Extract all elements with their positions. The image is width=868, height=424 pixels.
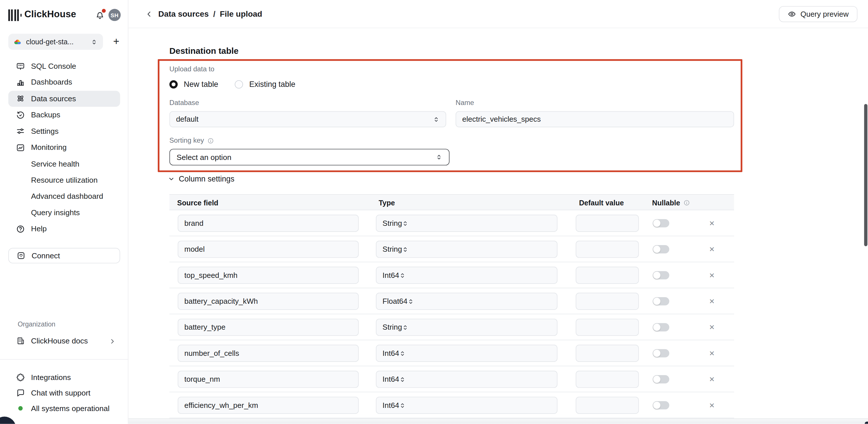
new-table-radio[interactable]: [169, 80, 178, 88]
sidebar-item-label: Service health: [31, 160, 80, 168]
sidebar-item-resource-utilization[interactable]: Resource utilization: [8, 172, 120, 188]
remove-row-button[interactable]: ✕: [707, 401, 716, 410]
sidebar-item-advanced-dashboard[interactable]: Advanced dashboard: [8, 188, 120, 204]
sorting-key-select[interactable]: Select an option: [169, 149, 450, 165]
source-field-input[interactable]: battery_type: [178, 319, 359, 336]
default-value-input[interactable]: [576, 241, 639, 258]
default-value-input[interactable]: [576, 371, 639, 388]
type-select[interactable]: Int64: [376, 345, 557, 362]
connect-button[interactable]: Connect: [8, 248, 120, 263]
notification-dot: [102, 9, 105, 13]
sidebar-item-chat-with-support[interactable]: Chat with support: [8, 385, 125, 401]
type-select[interactable]: String: [376, 319, 557, 336]
nullable-toggle[interactable]: [653, 375, 670, 384]
sidebar-item-service-health[interactable]: Service health: [8, 156, 120, 172]
source-field-input[interactable]: torque_nm: [178, 371, 359, 388]
scrollbar-thumb[interactable]: [864, 104, 868, 246]
new-table-label: New table: [184, 80, 218, 89]
sidebar-item-dashboards[interactable]: Dashboards: [8, 74, 120, 91]
column-settings-toggle[interactable]: Column settings: [168, 174, 235, 183]
default-value-input[interactable]: [576, 215, 639, 232]
nullable-toggle[interactable]: [653, 323, 670, 331]
sorting-key-info-icon[interactable]: [207, 137, 213, 143]
sidebar-item-data-sources[interactable]: Data sources: [8, 91, 120, 107]
default-value-input[interactable]: [576, 319, 639, 336]
upload-target-radio-group: New table Existing table: [169, 80, 296, 89]
service-selector[interactable]: cloud-get-sta...: [8, 34, 103, 50]
nullable-toggle[interactable]: [653, 401, 670, 410]
sidebar-item-label: Resource utilization: [31, 176, 98, 185]
default-value-input[interactable]: [576, 345, 639, 362]
default-value-input[interactable]: [576, 267, 639, 284]
source-field-input[interactable]: efficiency_wh_per_km: [178, 397, 359, 414]
type-select[interactable]: Int64: [376, 267, 557, 284]
sidebar-item-label: Monitoring: [31, 143, 67, 152]
remove-row-button[interactable]: ✕: [707, 219, 716, 228]
connect-icon: [17, 251, 26, 260]
breadcrumb-data-sources[interactable]: Data sources: [158, 9, 209, 19]
chevron-down-icon: [168, 176, 175, 182]
sidebar-item-settings[interactable]: Settings: [8, 123, 120, 139]
source-field-value: number_of_cells: [184, 349, 240, 358]
integrations-icon: [16, 373, 25, 382]
remove-row-button[interactable]: ✕: [707, 297, 716, 305]
sidebar-item-all-systems-operational[interactable]: All systems operational: [8, 401, 125, 416]
chevron-updown-icon: [399, 272, 406, 279]
nullable-toggle[interactable]: [653, 297, 670, 305]
nullable-toggle[interactable]: [653, 349, 670, 358]
type-select[interactable]: Float64: [376, 293, 557, 310]
type-select[interactable]: String: [376, 215, 557, 232]
add-service-button[interactable]: +: [110, 35, 123, 48]
sidebar-item-query-insights[interactable]: Query insights: [8, 204, 120, 221]
source-field-input[interactable]: number_of_cells: [178, 345, 359, 362]
source-field-input[interactable]: brand: [178, 215, 359, 232]
chevron-updown-icon: [399, 376, 406, 383]
chevron-updown-icon: [433, 116, 439, 123]
nullable-toggle[interactable]: [653, 219, 670, 228]
remove-row-button[interactable]: ✕: [707, 374, 716, 384]
sidebar-item-integrations[interactable]: Integrations: [8, 370, 125, 385]
query-preview-button[interactable]: Query preview: [779, 6, 857, 22]
name-input[interactable]: electric_vehicles_specs: [456, 111, 734, 127]
table-body: brandString✕modelString✕top_speed_kmhInt…: [169, 210, 734, 418]
existing-table-radio[interactable]: [235, 80, 243, 88]
nullable-info-icon[interactable]: [684, 200, 689, 206]
sidebar-item-backups[interactable]: Backups: [8, 107, 120, 123]
source-field-input[interactable]: top_speed_kmh: [178, 267, 359, 284]
table-row: modelString✕: [169, 236, 734, 262]
sidebar-item-sql-console[interactable]: SQL Console: [8, 58, 120, 74]
default-value-input[interactable]: [576, 293, 639, 310]
header-source-field: Source field: [177, 195, 218, 211]
sidebar-item-label: SQL Console: [31, 62, 76, 70]
nullable-toggle[interactable]: [653, 271, 670, 279]
remove-row-button[interactable]: ✕: [707, 271, 716, 280]
chevron-updown-icon: [399, 350, 406, 357]
chevron-updown-icon: [91, 38, 97, 45]
nullable-toggle[interactable]: [653, 245, 670, 253]
name-value: electric_vehicles_specs: [462, 115, 727, 123]
sidebar-item-label: Help: [31, 225, 47, 233]
remove-row-button[interactable]: ✕: [707, 244, 716, 253]
type-select[interactable]: String: [376, 241, 557, 258]
type-value: String: [382, 219, 402, 228]
source-field-input[interactable]: model: [178, 241, 359, 258]
header-default-value: Default value: [579, 195, 624, 211]
source-field-input[interactable]: battery_capacity_kWh: [178, 293, 359, 310]
page: ClickHouse SH cloud-get-sta... + SQL Con…: [0, 0, 868, 424]
notifications-bell-icon[interactable]: [95, 11, 105, 20]
sidebar-item-clickhouse-docs[interactable]: ClickHouse docs: [8, 333, 120, 349]
sidebar-item-label: Advanced dashboard: [31, 192, 103, 200]
remove-row-button[interactable]: ✕: [707, 349, 716, 358]
brand-name: ClickHouse: [25, 9, 76, 20]
type-select[interactable]: Int64: [376, 397, 557, 414]
type-select[interactable]: Int64: [376, 371, 557, 388]
database-select[interactable]: default: [169, 111, 446, 127]
default-value-input[interactable]: [576, 397, 639, 414]
back-chevron-icon[interactable]: [146, 11, 153, 18]
sidebar-item-monitoring[interactable]: Monitoring: [8, 139, 120, 156]
sidebar-item-label: ClickHouse docs: [31, 336, 103, 345]
sidebar-item-help[interactable]: Help: [8, 221, 120, 237]
settings-icon: [16, 127, 25, 136]
remove-row-button[interactable]: ✕: [707, 322, 716, 331]
avatar[interactable]: SH: [108, 9, 121, 21]
